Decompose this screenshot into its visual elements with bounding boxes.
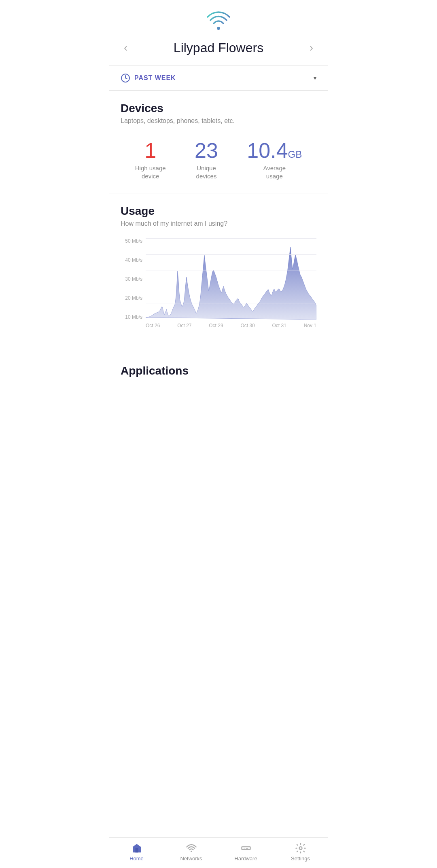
- x-label-oct31: Oct 31: [272, 323, 286, 328]
- y-label-10: 10 Mb/s: [121, 315, 142, 320]
- next-arrow[interactable]: ›: [306, 38, 316, 57]
- header-row: ‹ Lilypad Flowers ›: [109, 38, 328, 66]
- y-label-40: 40 Mb/s: [121, 258, 142, 263]
- devices-section: Devices Laptops, desktops, phones, table…: [109, 91, 328, 193]
- stat-unique-devices: 23 Uniquedevices: [195, 140, 218, 180]
- stat-high-usage: 1 High usagedevice: [135, 140, 166, 180]
- x-axis-labels: Oct 26 Oct 27 Oct 29 Oct 30 Oct 31 Nov 1: [121, 320, 316, 328]
- usage-subtitle: How much of my internet am I using?: [121, 220, 316, 227]
- time-filter-left: PAST WEEK: [121, 73, 176, 83]
- unique-devices-label: Uniquedevices: [196, 164, 217, 180]
- y-label-20: 20 Mb/s: [121, 296, 142, 301]
- average-usage-label: Averageusage: [263, 164, 286, 180]
- chart-grid-lines: [146, 239, 316, 320]
- dropdown-arrow-icon[interactable]: ▾: [314, 75, 316, 81]
- grid-line-50: [146, 238, 316, 239]
- x-label-oct30: Oct 30: [240, 323, 255, 328]
- x-label-nov1: Nov 1: [304, 323, 316, 328]
- grid-line-40: [146, 254, 316, 255]
- applications-title: Applications: [121, 364, 316, 377]
- average-usage-value: 10.4GB: [247, 140, 302, 161]
- applications-section: Applications: [109, 353, 328, 418]
- x-label-oct27: Oct 27: [177, 323, 191, 328]
- y-axis: 10 Mb/s 20 Mb/s 30 Mb/s 40 Mb/s 50 Mb/s: [121, 239, 146, 320]
- x-label-oct29: Oct 29: [209, 323, 223, 328]
- x-label-oct26: Oct 26: [146, 323, 160, 328]
- high-usage-value: 1: [144, 140, 156, 161]
- high-usage-label: High usagedevice: [135, 164, 166, 180]
- grid-line-20: [146, 287, 316, 287]
- wifi-icon: [206, 11, 231, 32]
- devices-subtitle: Laptops, desktops, phones, tablets, etc.: [121, 117, 316, 125]
- stat-average-usage: 10.4GB Averageusage: [247, 140, 302, 180]
- y-label-30: 30 Mb/s: [121, 277, 142, 282]
- usage-section: Usage How much of my internet am I using…: [109, 193, 328, 345]
- chart-area: 10 Mb/s 20 Mb/s 30 Mb/s 40 Mb/s 50 Mb/s: [121, 239, 316, 320]
- wifi-icon-container: [109, 0, 328, 38]
- chart-wrapper: 10 Mb/s 20 Mb/s 30 Mb/s 40 Mb/s 50 Mb/s: [121, 239, 316, 345]
- time-filter-row[interactable]: PAST WEEK ▾: [109, 66, 328, 90]
- prev-arrow[interactable]: ‹: [121, 38, 131, 57]
- grid-line-30: [146, 271, 316, 271]
- stats-row: 1 High usagedevice 23 Uniquedevices 10.4…: [121, 136, 316, 193]
- clock-icon: [121, 73, 130, 83]
- time-filter-label: PAST WEEK: [134, 74, 176, 82]
- chart-inner: [146, 239, 316, 320]
- page-title: Lilypad Flowers: [131, 40, 306, 55]
- y-label-50: 50 Mb/s: [121, 239, 142, 243]
- usage-title: Usage: [121, 205, 316, 218]
- grid-line-10: [146, 303, 316, 303]
- devices-title: Devices: [121, 102, 316, 115]
- unique-devices-value: 23: [195, 140, 218, 161]
